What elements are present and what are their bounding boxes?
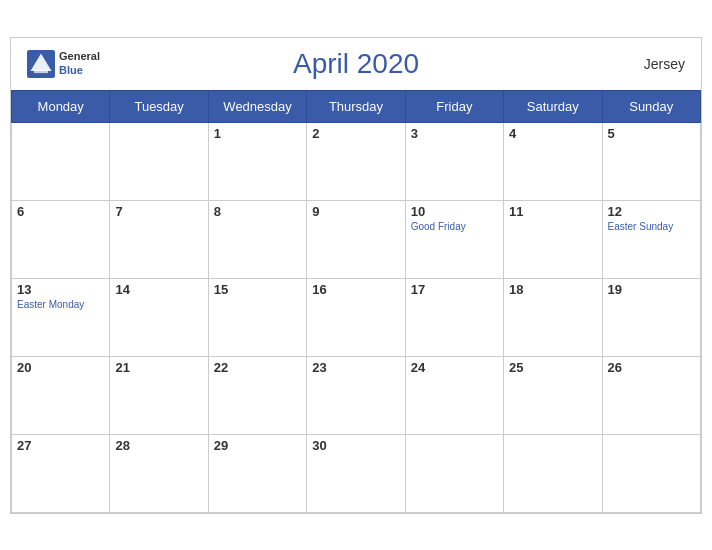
day-cell: 22 [208, 356, 306, 434]
col-thursday: Thursday [307, 90, 405, 122]
day-number: 28 [115, 438, 202, 453]
day-number: 6 [17, 204, 104, 219]
day-cell: 25 [504, 356, 602, 434]
day-cell: 30 [307, 434, 405, 512]
day-cell: 21 [110, 356, 208, 434]
day-cell [12, 122, 110, 200]
day-number: 24 [411, 360, 498, 375]
day-cell: 13Easter Monday [12, 278, 110, 356]
day-cell: 3 [405, 122, 503, 200]
col-tuesday: Tuesday [110, 90, 208, 122]
week-row-1: 12345 [12, 122, 701, 200]
day-number: 29 [214, 438, 301, 453]
day-number: 1 [214, 126, 301, 141]
day-cell: 16 [307, 278, 405, 356]
day-cell: 27 [12, 434, 110, 512]
week-row-5: 27282930 [12, 434, 701, 512]
event-label: Good Friday [411, 221, 498, 232]
day-number: 7 [115, 204, 202, 219]
day-number: 11 [509, 204, 596, 219]
week-row-4: 20212223242526 [12, 356, 701, 434]
day-number: 16 [312, 282, 399, 297]
day-cell: 12Easter Sunday [602, 200, 700, 278]
day-number: 12 [608, 204, 695, 219]
calendar-title: April 2020 [293, 48, 419, 80]
calendar-grid: Monday Tuesday Wednesday Thursday Friday… [11, 90, 701, 513]
day-cell: 7 [110, 200, 208, 278]
day-number: 4 [509, 126, 596, 141]
day-cell: 19 [602, 278, 700, 356]
day-cell: 15 [208, 278, 306, 356]
event-label: Easter Sunday [608, 221, 695, 232]
day-number: 20 [17, 360, 104, 375]
logo-line1: General [59, 50, 100, 63]
day-cell: 5 [602, 122, 700, 200]
weekday-header-row: Monday Tuesday Wednesday Thursday Friday… [12, 90, 701, 122]
day-cell: 6 [12, 200, 110, 278]
day-number: 19 [608, 282, 695, 297]
col-friday: Friday [405, 90, 503, 122]
day-cell: 24 [405, 356, 503, 434]
day-number: 30 [312, 438, 399, 453]
logo-line2: Blue [59, 64, 100, 77]
day-cell [504, 434, 602, 512]
day-cell: 26 [602, 356, 700, 434]
col-wednesday: Wednesday [208, 90, 306, 122]
day-cell: 29 [208, 434, 306, 512]
day-number: 27 [17, 438, 104, 453]
day-number: 26 [608, 360, 695, 375]
week-row-3: 13Easter Monday141516171819 [12, 278, 701, 356]
region-label: Jersey [644, 56, 685, 72]
day-cell: 11 [504, 200, 602, 278]
svg-rect-2 [34, 69, 48, 73]
col-saturday: Saturday [504, 90, 602, 122]
day-number: 18 [509, 282, 596, 297]
day-number: 13 [17, 282, 104, 297]
day-number: 15 [214, 282, 301, 297]
day-number: 8 [214, 204, 301, 219]
day-cell: 10Good Friday [405, 200, 503, 278]
day-cell: 14 [110, 278, 208, 356]
day-number: 9 [312, 204, 399, 219]
day-number: 5 [608, 126, 695, 141]
day-cell [405, 434, 503, 512]
day-cell: 8 [208, 200, 306, 278]
day-number: 25 [509, 360, 596, 375]
day-cell: 23 [307, 356, 405, 434]
day-number: 22 [214, 360, 301, 375]
day-cell [110, 122, 208, 200]
calendar-header: General Blue April 2020 Jersey [11, 38, 701, 90]
day-cell [602, 434, 700, 512]
day-cell: 20 [12, 356, 110, 434]
day-cell: 2 [307, 122, 405, 200]
day-number: 14 [115, 282, 202, 297]
day-number: 21 [115, 360, 202, 375]
day-number: 10 [411, 204, 498, 219]
col-monday: Monday [12, 90, 110, 122]
generalblue-logo-icon [27, 50, 55, 78]
event-label: Easter Monday [17, 299, 104, 310]
day-cell: 4 [504, 122, 602, 200]
day-number: 23 [312, 360, 399, 375]
day-number: 17 [411, 282, 498, 297]
col-sunday: Sunday [602, 90, 700, 122]
day-number: 3 [411, 126, 498, 141]
day-cell: 9 [307, 200, 405, 278]
week-row-2: 678910Good Friday1112Easter Sunday [12, 200, 701, 278]
calendar-wrapper: General Blue April 2020 Jersey Monday Tu… [10, 37, 702, 514]
day-cell: 1 [208, 122, 306, 200]
day-number: 2 [312, 126, 399, 141]
day-cell: 28 [110, 434, 208, 512]
logo-area: General Blue [27, 50, 100, 78]
day-cell: 18 [504, 278, 602, 356]
logo-text: General Blue [59, 50, 100, 76]
day-cell: 17 [405, 278, 503, 356]
